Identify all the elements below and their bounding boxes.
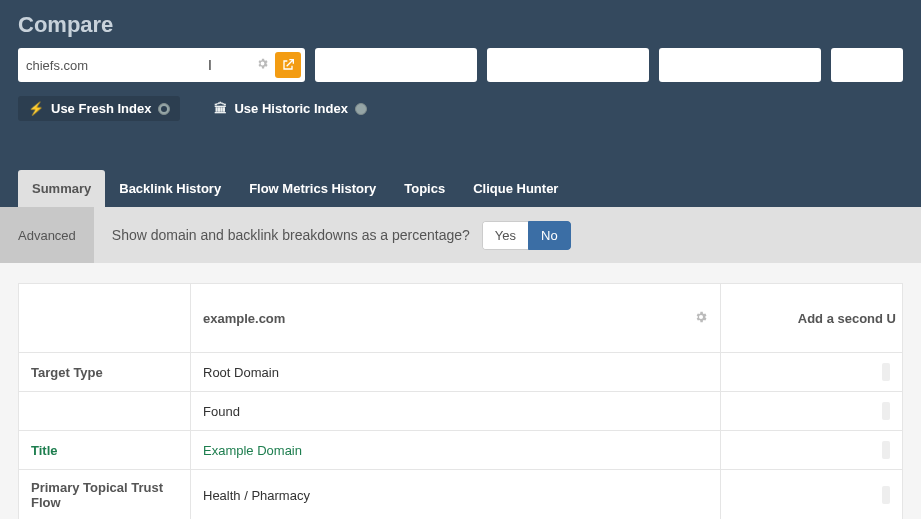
compare-field-4[interactable] — [667, 48, 817, 82]
header-spacer — [0, 139, 921, 167]
page-title: Compare — [18, 12, 903, 38]
placeholder-skeleton — [882, 441, 890, 459]
compare-input-5[interactable] — [831, 48, 903, 82]
value-primary-topic: Health / Pharmacy — [191, 478, 720, 513]
percentage-question-label: Show domain and backlink breakdowns as a… — [112, 227, 470, 243]
compare-input-2[interactable] — [315, 48, 477, 82]
add-second-url-prompt[interactable]: Add a second U — [721, 284, 902, 352]
value-found: Found — [191, 394, 720, 429]
advanced-button[interactable]: Advanced — [0, 207, 94, 263]
placeholder-skeleton — [882, 486, 890, 504]
content-area: example.com Add a second U Target Type R… — [0, 263, 921, 519]
compare-input-4[interactable] — [659, 48, 821, 82]
toggle-no[interactable]: No — [528, 221, 571, 250]
tab-backlink-history[interactable]: Backlink History — [105, 170, 235, 207]
tab-flow-metrics[interactable]: Flow Metrics History — [235, 170, 390, 207]
label-found — [19, 401, 190, 421]
compare-field-2[interactable] — [323, 48, 473, 82]
percentage-toggle: Yes No — [482, 221, 571, 250]
row-primary-topic: Primary Topical Trust Flow Health / Phar… — [19, 470, 903, 520]
historic-index-option[interactable]: 🏛 Use Historic Index — [204, 96, 376, 121]
placeholder-skeleton — [882, 402, 890, 420]
toggle-yes[interactable]: Yes — [482, 221, 528, 250]
row-title: Title Example Domain — [19, 431, 903, 470]
header-area: Compare I ⚡ Use Fresh Index 🏛 Use Histor… — [0, 0, 921, 139]
header-col-b[interactable]: Add a second U — [721, 284, 903, 353]
fresh-index-option[interactable]: ⚡ Use Fresh Index — [18, 96, 180, 121]
primary-search-box[interactable]: I — [18, 48, 305, 82]
tab-clique-hunter[interactable]: Clique Hunter — [459, 170, 572, 207]
value-title[interactable]: Example Domain — [191, 433, 720, 468]
compare-field-5[interactable] — [839, 48, 899, 82]
compare-input-3[interactable] — [487, 48, 649, 82]
label-primary-topic: Primary Topical Trust Flow — [19, 470, 190, 519]
row-found: Found — [19, 392, 903, 431]
compare-inputs-row: I — [18, 48, 903, 82]
bank-icon: 🏛 — [214, 101, 227, 116]
historic-index-radio[interactable] — [355, 103, 367, 115]
col-a-domain: example.com — [203, 311, 285, 326]
row-target-type: Target Type Root Domain — [19, 353, 903, 392]
label-title: Title — [19, 433, 190, 468]
fresh-index-radio[interactable] — [158, 103, 170, 115]
tab-summary[interactable]: Summary — [18, 170, 105, 207]
index-toggle-row: ⚡ Use Fresh Index 🏛 Use Historic Index — [18, 96, 903, 121]
header-blank — [19, 284, 191, 353]
fresh-index-label: Use Fresh Index — [51, 101, 151, 116]
options-bar: Advanced Show domain and backlink breakd… — [0, 207, 921, 263]
placeholder-skeleton — [882, 363, 890, 381]
submit-arrow-button[interactable] — [275, 52, 301, 78]
label-target-type: Target Type — [19, 355, 190, 390]
gear-icon[interactable] — [694, 310, 708, 327]
tab-topics[interactable]: Topics — [390, 170, 459, 207]
compare-table: example.com Add a second U Target Type R… — [18, 283, 903, 519]
primary-search-input[interactable] — [26, 48, 250, 82]
gear-icon[interactable] — [250, 57, 275, 73]
tabs-row: Summary Backlink History Flow Metrics Hi… — [0, 167, 921, 207]
value-target-type: Root Domain — [191, 355, 720, 390]
bolt-icon: ⚡ — [28, 101, 44, 116]
header-col-a: example.com — [191, 284, 721, 353]
historic-index-label: Use Historic Index — [234, 101, 347, 116]
compare-field-3[interactable] — [495, 48, 645, 82]
